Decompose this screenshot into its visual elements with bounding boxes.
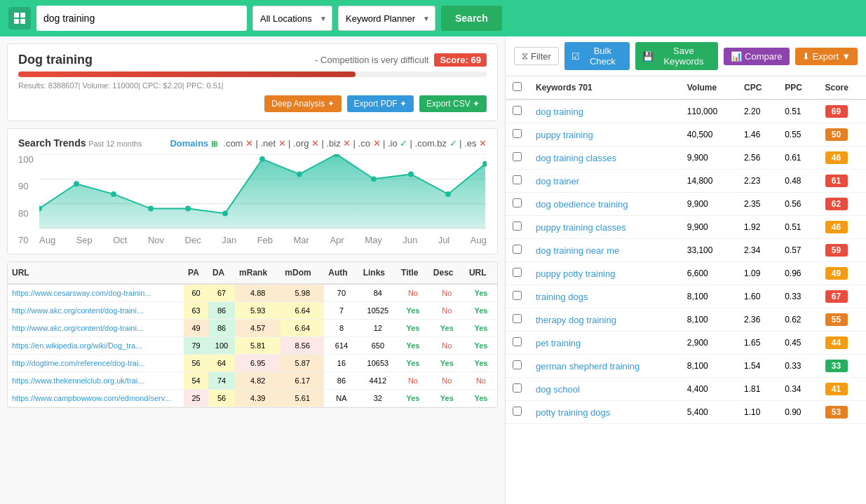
url-cell[interactable]: https://www.campbowwow.com/edmond/serv..… [8,390,184,407]
keyword-link[interactable]: dog school [536,384,580,395]
keyword-cell[interactable]: puppy potty training [529,262,680,285]
score-title: Dog training [18,53,93,67]
filter-button[interactable]: ⧖ Filter [514,47,559,65]
links-cell: 10525 [359,302,397,320]
keyword-link[interactable]: training dogs [536,292,588,302]
deep-analysis-button[interactable]: Deep Analysis ✦ [264,95,341,112]
search-input[interactable] [36,6,247,31]
keyword-link[interactable]: dog training [536,107,583,117]
keyword-cell[interactable]: puppy training [529,123,680,147]
keyword-link[interactable]: therapy dog training [536,315,616,325]
locations-dropdown[interactable]: All Locations [252,6,332,31]
kw-checkbox[interactable] [513,383,522,393]
ppc-cell: 0.45 [778,332,818,355]
kw-checkbox[interactable] [513,291,522,300]
compare-button[interactable]: 📊 Compare [724,48,789,65]
keyword-cell[interactable]: pet training [529,332,680,355]
trends-card: Search Trends Past 12 months Domains ⊞ .… [7,128,498,254]
tool-dropdown-wrap: Keyword Planner [338,6,435,31]
keyword-cell[interactable]: potty training dogs [529,401,680,424]
kw-checkbox-cell[interactable] [506,378,529,401]
kw-checkbox[interactable] [513,222,522,231]
url-cell[interactable]: https://www.thekennelclub.org.uk/trai... [8,372,184,390]
kw-checkbox-cell[interactable] [506,193,529,216]
tool-dropdown[interactable]: Keyword Planner [338,6,435,31]
kw-checkbox-cell[interactable] [506,216,529,239]
keyword-cell[interactable]: dog training [529,100,680,123]
keyword-cell[interactable]: training dogs [529,285,680,308]
url-cell[interactable]: http://www.akc.org/content/dog-traini... [8,320,184,337]
save-keywords-button[interactable]: 💾 Save Keywords [635,42,718,70]
svg-point-13 [185,206,191,212]
kw-checkbox[interactable] [513,152,522,161]
keyword-cell[interactable]: therapy dog training [529,308,680,332]
export-pdf-button[interactable]: Export PDF ✦ [347,95,414,112]
url-cell[interactable]: http://www.akc.org/content/dog-traini... [8,302,184,320]
keyword-cell[interactable]: puppy training classes [529,216,680,239]
kw-checkbox-cell[interactable] [506,308,529,332]
title-cell: Yes [397,337,429,355]
keyword-link[interactable]: puppy training [536,130,593,140]
kw-checkbox-cell[interactable] [506,239,529,262]
keyword-link[interactable]: puppy potty training [536,268,615,279]
kw-checkbox[interactable] [513,245,522,254]
da-cell: 86 [208,302,235,320]
score-actions: Deep Analysis ✦ Export PDF ✦ Export CSV … [18,95,487,112]
kw-table-row: puppy potty training 6,600 1.09 0.96 49 [506,262,866,285]
title-cell: No [397,372,429,390]
url-cell[interactable]: http://dogtime.com/reference/dog-trai... [8,355,184,372]
keyword-cell[interactable]: dog school [529,378,680,401]
ppc-cell: 0.90 [778,401,818,424]
volume-cell: 9,900 [680,147,737,170]
keyword-cell[interactable]: dog obedience training [529,193,680,216]
kw-checkbox-cell[interactable] [506,285,529,308]
table-row: https://www.thekennelclub.org.uk/trai...… [8,372,497,390]
url-cell[interactable]: https://en.wikipedia.org/wiki/Dog_tra... [8,337,184,355]
kw-checkbox[interactable] [513,106,522,115]
da-cell: 100 [208,337,235,355]
kw-checkbox[interactable] [513,198,522,207]
url2-cell: Yes [465,355,497,372]
keyword-link[interactable]: puppy training classes [536,222,626,233]
keyword-link[interactable]: dog training near me [536,245,619,256]
kw-table-row: puppy training classes 9,900 1.92 0.51 4… [506,216,866,239]
kw-checkbox-cell[interactable] [506,262,529,285]
ppc-cell: 0.57 [778,239,818,262]
url-cell[interactable]: https://www.cesarsway.com/dog-trainin... [8,284,184,302]
keyword-link[interactable]: dog obedience training [536,199,628,210]
keyword-link[interactable]: dog trainer [536,176,579,186]
keyword-cell[interactable]: dog trainer [529,170,680,193]
mrank-cell: 5.81 [235,337,280,355]
keyword-cell[interactable]: dog training classes [529,147,680,170]
export-button[interactable]: ⬇ Export ▼ [795,48,858,65]
select-all-checkbox[interactable] [513,82,522,91]
bulk-check-button[interactable]: ☑ Bulk Check [564,42,630,70]
kw-checkbox[interactable] [513,129,522,138]
kw-checkbox[interactable] [513,337,522,346]
kw-checkbox-cell[interactable] [506,147,529,170]
kw-checkbox[interactable] [513,314,522,323]
svg-rect-0 [14,13,19,18]
keyword-cell[interactable]: german shepherd training [529,355,680,378]
keyword-cell[interactable]: dog training near me [529,239,680,262]
kw-checkbox-cell[interactable] [506,355,529,378]
kw-checkbox-cell[interactable] [506,123,529,147]
keyword-link[interactable]: german shepherd training [536,361,640,372]
kw-checkbox[interactable] [513,175,522,184]
search-button[interactable]: Search [441,6,502,31]
mrank-cell: 4.39 [235,390,280,407]
app-logo [8,7,31,29]
kw-checkbox-cell[interactable] [506,100,529,123]
kw-checkbox[interactable] [513,360,522,369]
trends-title: Search Trends [18,137,86,149]
kw-checkbox-cell[interactable] [506,401,529,424]
kw-checkbox[interactable] [513,268,522,277]
keyword-link[interactable]: potty training dogs [536,407,610,418]
kw-checkbox-cell[interactable] [506,332,529,355]
keyword-link[interactable]: dog training classes [536,153,616,163]
kw-checkbox[interactable] [513,407,522,416]
cpc-cell: 2.34 [737,239,778,262]
keyword-link[interactable]: pet training [536,338,581,348]
kw-checkbox-cell[interactable] [506,170,529,193]
export-csv-button[interactable]: Export CSV ✦ [419,95,487,112]
